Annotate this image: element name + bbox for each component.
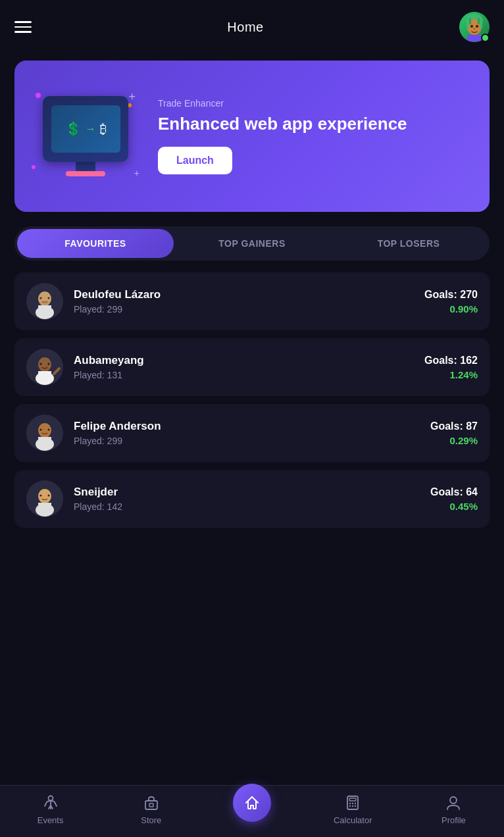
player-info-1: Aubameyang Played: 131	[74, 354, 414, 380]
svg-point-52	[450, 797, 457, 803]
svg-point-29	[48, 429, 50, 431]
player-avatar-0	[26, 283, 63, 320]
svg-point-50	[352, 805, 353, 807]
svg-point-36	[48, 796, 53, 801]
svg-point-48	[355, 803, 356, 804]
banner-subtitle: Trade Enhancer	[158, 98, 474, 109]
svg-point-49	[349, 805, 351, 807]
svg-point-46	[349, 803, 351, 804]
svg-rect-27	[38, 437, 51, 442]
player-played-1: Played: 131	[74, 370, 414, 380]
svg-rect-43	[149, 803, 153, 807]
player-card-1[interactable]: Aubameyang Played: 131 Goals: 162 1.24%	[14, 338, 490, 396]
svg-point-28	[40, 429, 42, 431]
player-played-2: Played: 299	[74, 436, 420, 446]
player-goals-0: Goals: 270	[424, 289, 478, 301]
avatar[interactable]	[459, 12, 490, 42]
online-indicator	[481, 34, 490, 42]
svg-rect-3	[480, 19, 482, 28]
player-avatar-2	[26, 415, 63, 451]
tab-top-losers[interactable]: TOP LOSERS	[330, 229, 487, 258]
player-info-2: Felipe Anderson Played: 299	[74, 420, 420, 446]
player-info-0: Deulofeu Lázaro Played: 299	[74, 288, 414, 315]
svg-line-37	[45, 803, 46, 806]
svg-point-7	[476, 25, 478, 28]
svg-rect-9	[467, 35, 482, 41]
player-card-2[interactable]: Felipe Anderson Played: 299 Goals: 87 0.…	[14, 404, 490, 462]
players-list: Deulofeu Lázaro Played: 299 Goals: 270 0…	[14, 272, 490, 528]
svg-rect-13	[38, 305, 51, 311]
svg-point-47	[352, 803, 353, 804]
hamburger-menu[interactable]	[14, 21, 32, 33]
svg-point-6	[470, 25, 473, 28]
player-card-3[interactable]: Sneijder Played: 142 Goals: 64 0.45%	[14, 470, 490, 528]
svg-rect-45	[349, 798, 356, 801]
nav-store[interactable]: Store	[101, 794, 201, 825]
home-button[interactable]	[233, 784, 271, 822]
nav-home[interactable]	[201, 797, 302, 822]
svg-rect-33	[38, 503, 51, 508]
nav-calculator[interactable]: Calculator	[303, 794, 403, 825]
calculator-icon	[343, 794, 362, 812]
player-name-1: Aubameyang	[74, 354, 414, 367]
player-ratio-0: 0.90%	[424, 303, 478, 315]
svg-point-21	[40, 363, 42, 365]
player-avatar-1	[26, 349, 63, 386]
store-label: Store	[141, 815, 161, 825]
profile-icon	[444, 794, 463, 812]
player-goals-1: Goals: 162	[424, 355, 478, 367]
svg-point-14	[40, 297, 42, 299]
tab-favourites[interactable]: FAVOURITES	[17, 229, 174, 258]
svg-point-22	[48, 363, 50, 365]
banner-title: Enhanced web app experience	[158, 114, 474, 134]
svg-point-34	[40, 495, 42, 497]
svg-rect-5	[478, 18, 480, 24]
player-card-0[interactable]: Deulofeu Lázaro Played: 299 Goals: 270 0…	[14, 272, 490, 330]
calculator-label: Calculator	[334, 815, 372, 825]
profile-label: Profile	[441, 815, 466, 825]
svg-point-51	[355, 805, 356, 807]
tabs-container: FAVOURITES TOP GAINERS TOP LOSERS	[14, 226, 490, 261]
player-stats-1: Goals: 162 1.24%	[424, 355, 478, 380]
svg-point-35	[48, 495, 50, 497]
events-label: Events	[38, 815, 64, 825]
banner-illustration: + + 💲 → ₿	[26, 84, 145, 189]
player-ratio-3: 0.45%	[430, 501, 478, 512]
nav-events[interactable]: Events	[0, 794, 101, 825]
svg-point-8	[473, 28, 475, 30]
svg-rect-42	[145, 801, 157, 809]
player-ratio-1: 1.24%	[424, 369, 478, 380]
player-name-0: Deulofeu Lázaro	[74, 288, 414, 301]
player-goals-2: Goals: 87	[430, 420, 478, 432]
events-icon	[41, 794, 60, 812]
player-name-2: Felipe Anderson	[74, 420, 420, 433]
tab-top-gainers[interactable]: TOP GAINERS	[174, 229, 330, 258]
banner-text: Trade Enhancer Enhanced web app experien…	[158, 98, 474, 174]
player-played-3: Played: 142	[74, 501, 420, 512]
player-goals-3: Goals: 64	[430, 486, 478, 498]
svg-point-15	[48, 297, 50, 299]
player-info-3: Sneijder Played: 142	[74, 486, 420, 512]
launch-button[interactable]: Launch	[158, 147, 232, 174]
player-ratio-2: 0.29%	[430, 435, 478, 446]
store-icon	[142, 794, 161, 812]
svg-rect-4	[469, 18, 471, 24]
svg-line-38	[55, 803, 57, 806]
trade-enhancer-banner: + + 💲 → ₿ Trade Enhancer Enhanced web ap…	[14, 61, 490, 212]
player-stats-2: Goals: 87 0.29%	[430, 420, 478, 446]
player-stats-0: Goals: 270 0.90%	[424, 289, 478, 315]
page-title: Home	[227, 20, 263, 35]
player-played-0: Played: 299	[74, 304, 414, 315]
svg-point-16	[40, 301, 49, 305]
header: Home	[0, 0, 504, 54]
nav-profile[interactable]: Profile	[403, 794, 504, 825]
bottom-nav: Events Store	[0, 785, 504, 837]
player-avatar-3	[26, 480, 63, 517]
player-name-3: Sneijder	[74, 486, 420, 499]
svg-rect-2	[466, 19, 469, 28]
player-stats-3: Goals: 64 0.45%	[430, 486, 478, 512]
svg-rect-20	[38, 371, 51, 376]
